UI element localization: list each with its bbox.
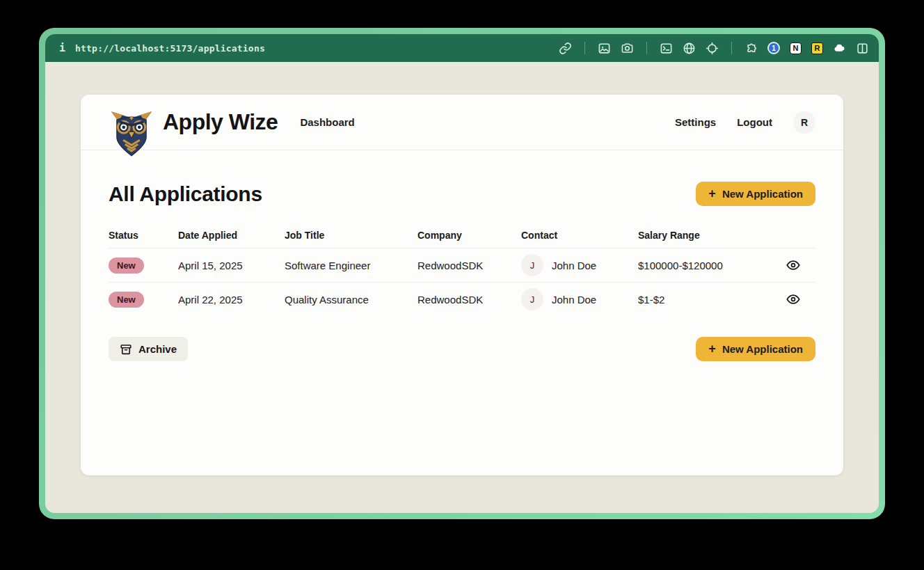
cloud-icon[interactable] [833,42,846,55]
col-job-title: Job Title [285,230,417,241]
notion-icon[interactable]: N [790,42,802,54]
terminal-icon[interactable] [660,42,673,55]
view-application-button[interactable] [783,289,804,310]
contact-cell: J John Doe [521,288,638,310]
contact-cell: J John Doe [521,254,638,276]
browser-toolbar: 1 N R [559,42,869,55]
brand[interactable]: Apply Wize [109,96,278,149]
salary-range-cell: $1-$2 [638,294,770,306]
job-title-cell: Quality Assurance [285,294,417,306]
date-applied-cell: April 22, 2025 [178,294,285,306]
plus-icon: + [708,342,716,355]
contact-avatar: J [521,254,543,276]
nav-dashboard[interactable]: Dashboard [300,116,354,128]
crosshair-icon[interactable] [706,42,719,55]
onepassword-icon[interactable]: 1 [767,42,780,54]
toolbar-divider [731,42,732,54]
logout-link[interactable]: Logout [737,116,772,128]
archive-button[interactable]: Archive [109,337,188,361]
table-body: New April 15, 2025 Software Engineer Red… [109,248,815,316]
salary-range-cell: $100000-$120000 [638,260,770,271]
eye-icon [786,292,801,307]
globe-icon[interactable] [683,42,696,55]
col-company: Company [417,230,521,241]
table-header-row: Status Date Applied Job Title Company Co… [109,223,815,248]
owl-logo-icon [109,107,154,160]
page-background: Apply Wize Dashboard Settings Logout R A… [45,62,879,513]
contact-name: John Doe [552,260,596,271]
col-salary-range: Salary Range [638,230,770,241]
browser-window: i http://localhost:5173/applications [39,28,885,519]
page-title: All Applications [109,182,262,206]
puzzle-icon[interactable] [744,42,758,55]
r-extension-icon[interactable]: R [811,42,823,54]
applications-table: Status Date Applied Job Title Company Co… [109,223,815,316]
status-badge: New [109,258,144,274]
new-application-button[interactable]: + New Application [696,182,815,206]
table-row: New April 22, 2025 Quality Assurance Red… [109,282,815,316]
split-view-icon[interactable] [856,42,869,55]
app-header: Apply Wize Dashboard Settings Logout R [81,95,843,150]
user-avatar[interactable]: R [793,111,815,134]
col-date-applied: Date Applied [178,230,285,241]
page-info-icon[interactable]: i [59,42,65,54]
toolbar-divider [584,42,585,54]
table-row: New April 15, 2025 Software Engineer Red… [109,248,815,282]
new-application-button-bottom[interactable]: + New Application [696,337,815,361]
company-cell: RedwoodSDK [417,294,521,306]
browser-address-bar: i http://localhost:5173/applications [45,34,879,62]
company-cell: RedwoodSDK [417,260,521,271]
brand-name: Apply Wize [163,109,278,135]
settings-link[interactable]: Settings [675,116,716,128]
col-contact: Contact [521,230,638,241]
link-icon[interactable] [559,42,572,55]
date-applied-cell: April 15, 2025 [178,260,285,271]
status-badge: New [109,292,144,308]
contact-avatar: J [521,288,543,310]
screenshot-icon[interactable] [598,42,611,55]
eye-icon [786,258,801,273]
url-text[interactable]: http://localhost:5173/applications [75,43,265,54]
app-card: Apply Wize Dashboard Settings Logout R A… [81,95,843,475]
toolbar-divider [646,42,647,54]
view-application-button[interactable] [783,255,804,276]
camera-icon[interactable] [621,42,634,55]
job-title-cell: Software Engineer [285,260,417,271]
contact-name: John Doe [552,294,596,306]
main-nav: Dashboard [300,116,354,128]
col-status: Status [109,230,178,241]
archive-icon [120,343,132,356]
plus-icon: + [708,187,716,200]
